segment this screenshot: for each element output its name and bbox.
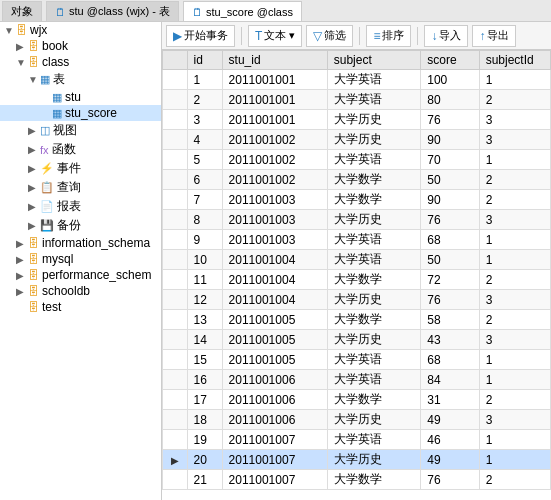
sidebar-item-info_schema[interactable]: ▶ 🗄 information_schema <box>0 235 161 251</box>
cell-subject: 大学数学 <box>327 470 420 490</box>
sidebar-item-schooldb[interactable]: ▶ 🗄 schooldb <box>0 283 161 299</box>
toolbar-btn-export[interactable]: ↑导出 <box>472 25 516 47</box>
table-row[interactable]: ▶202011001007大学历史491 <box>163 450 551 470</box>
table-row[interactable]: 152011001005大学英语681 <box>163 350 551 370</box>
expand-arrow[interactable]: ▶ <box>16 270 28 281</box>
cell-id: 17 <box>187 390 222 410</box>
db-icon: 🗄 <box>16 24 27 36</box>
sidebar-item-views[interactable]: ▶ ◫ 视图 <box>0 121 161 140</box>
cell-subjectId: 1 <box>479 150 550 170</box>
table-row[interactable]: 132011001005大学数学582 <box>163 310 551 330</box>
sidebar-label: stu <box>65 90 81 104</box>
row-arrow-cell <box>163 90 188 110</box>
cell-subject: 大学数学 <box>327 270 420 290</box>
expand-arrow[interactable]: ▶ <box>16 286 28 297</box>
toolbar-btn-icon-text: T <box>255 29 262 43</box>
sidebar-item-backup[interactable]: ▶ 💾 备份 <box>0 216 161 235</box>
table-row[interactable]: 92011001003大学英语681 <box>163 230 551 250</box>
table-row[interactable]: 102011001004大学英语501 <box>163 250 551 270</box>
current-row-arrow: ▶ <box>171 455 179 466</box>
toolbar-btn-import[interactable]: ↓导入 <box>424 25 468 47</box>
cell-subject: 大学英语 <box>327 90 420 110</box>
cell-id: 2 <box>187 90 222 110</box>
cell-stu_id: 2011001002 <box>222 150 327 170</box>
expand-arrow[interactable]: ▶ <box>16 238 28 249</box>
toolbar-btn-label-text: 文本 ▾ <box>264 28 295 43</box>
toolbar-btn-text[interactable]: T文本 ▾ <box>248 25 302 47</box>
expand-arrow[interactable]: ▶ <box>28 201 40 212</box>
cell-stu_id: 2011001004 <box>222 290 327 310</box>
cell-subjectId: 3 <box>479 130 550 150</box>
expand-arrow[interactable]: ▶ <box>28 125 40 136</box>
report-icon: 📄 <box>40 200 54 213</box>
row-arrow-cell <box>163 410 188 430</box>
sidebar-item-book[interactable]: ▶ 🗄 book <box>0 38 161 54</box>
table-row[interactable]: 112011001004大学数学722 <box>163 270 551 290</box>
sidebar-item-reports[interactable]: ▶ 📄 报表 <box>0 197 161 216</box>
table-icon: ▦ <box>52 91 62 104</box>
toolbar-btn-sort[interactable]: ≡排序 <box>366 25 411 47</box>
cell-stu_id: 2011001002 <box>222 130 327 150</box>
toolbar-btn-icon-sort: ≡ <box>373 29 380 43</box>
db-icon: 🗄 <box>28 237 39 249</box>
expand-arrow[interactable]: ▼ <box>28 74 40 85</box>
sidebar-item-events[interactable]: ▶ ⚡ 事件 <box>0 159 161 178</box>
sidebar-item-test[interactable]: 🗄 test <box>0 299 161 315</box>
view-icon: ◫ <box>40 124 50 137</box>
toolbar-btn-begin-tx[interactable]: ▶开始事务 <box>166 25 235 47</box>
table-row[interactable]: 62011001002大学数学502 <box>163 170 551 190</box>
cell-score: 90 <box>421 190 479 210</box>
table-row[interactable]: 122011001004大学历史763 <box>163 290 551 310</box>
table-row[interactable]: 22011001001大学英语802 <box>163 90 551 110</box>
db-icon: 🗄 <box>28 301 39 313</box>
sidebar-item-functions[interactable]: ▶ fx 函数 <box>0 140 161 159</box>
table-row[interactable]: 12011001001大学英语1001 <box>163 70 551 90</box>
cell-id: 3 <box>187 110 222 130</box>
expand-arrow[interactable]: ▶ <box>28 220 40 231</box>
cell-subject: 大学英语 <box>327 230 420 250</box>
table-row[interactable]: 52011001002大学英语701 <box>163 150 551 170</box>
top-tab-stu-@class-(wjx)---表[interactable]: 🗒stu @class (wjx) - 表 <box>46 1 179 21</box>
table-row[interactable]: 72011001003大学数学902 <box>163 190 551 210</box>
sidebar-item-tables[interactable]: ▼ ▦ 表 <box>0 70 161 89</box>
top-tab-对象[interactable]: 对象 <box>2 1 42 21</box>
col-header-score: score <box>421 51 479 70</box>
table-row[interactable]: 142011001005大学历史433 <box>163 330 551 350</box>
top-tab-stu_score-@class[interactable]: 🗒stu_score @class <box>183 1 302 21</box>
toolbar-btn-icon-import: ↓ <box>431 29 437 43</box>
expand-arrow[interactable]: ▶ <box>28 144 40 155</box>
table-row[interactable]: 162011001006大学英语841 <box>163 370 551 390</box>
cell-subject: 大学英语 <box>327 250 420 270</box>
table-row[interactable]: 182011001006大学历史493 <box>163 410 551 430</box>
cell-score: 68 <box>421 350 479 370</box>
expand-arrow[interactable]: ▼ <box>16 57 28 68</box>
expand-arrow[interactable]: ▶ <box>16 254 28 265</box>
table-row[interactable]: 212011001007大学数学762 <box>163 470 551 490</box>
sidebar-label: 表 <box>53 71 65 88</box>
db-icon: 🗄 <box>28 40 39 52</box>
expand-arrow[interactable]: ▶ <box>28 182 40 193</box>
table-row[interactable]: 32011001001大学历史763 <box>163 110 551 130</box>
expand-arrow[interactable]: ▶ <box>16 41 28 52</box>
sidebar-item-class[interactable]: ▼ 🗄 class <box>0 54 161 70</box>
sidebar-item-queries[interactable]: ▶ 📋 查询 <box>0 178 161 197</box>
sidebar-item-wjx[interactable]: ▼ 🗄 wjx <box>0 22 161 38</box>
sidebar-item-stu[interactable]: ▦ stu <box>0 89 161 105</box>
sidebar-item-mysql[interactable]: ▶ 🗄 mysql <box>0 251 161 267</box>
table-row[interactable]: 192011001007大学英语461 <box>163 430 551 450</box>
table-row[interactable]: 82011001003大学历史763 <box>163 210 551 230</box>
row-arrow-cell <box>163 170 188 190</box>
sidebar-label: test <box>42 300 61 314</box>
cell-id: 12 <box>187 290 222 310</box>
sidebar-item-stu_score[interactable]: ▦ stu_score <box>0 105 161 121</box>
toolbar-btn-filter[interactable]: ▽筛选 <box>306 25 353 47</box>
cell-stu_id: 2011001007 <box>222 430 327 450</box>
sidebar-item-perf_schema[interactable]: ▶ 🗄 performance_schem <box>0 267 161 283</box>
cell-stu_id: 2011001006 <box>222 410 327 430</box>
cell-id: 15 <box>187 350 222 370</box>
table-row[interactable]: 172011001006大学数学312 <box>163 390 551 410</box>
cell-id: 19 <box>187 430 222 450</box>
expand-arrow[interactable]: ▶ <box>28 163 40 174</box>
table-row[interactable]: 42011001002大学历史903 <box>163 130 551 150</box>
expand-arrow[interactable]: ▼ <box>4 25 16 36</box>
